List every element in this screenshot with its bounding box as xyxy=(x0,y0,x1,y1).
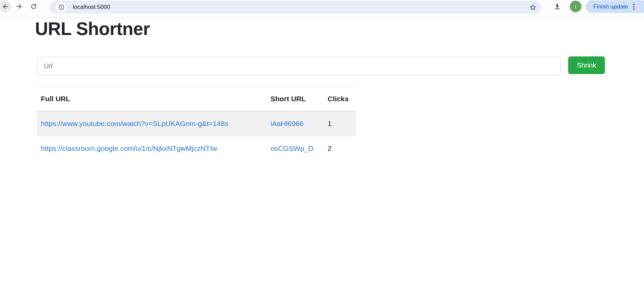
browser-toolbar: localhost:5000 I Finish update xyxy=(0,0,644,18)
finish-update-label: Finish update xyxy=(593,3,628,10)
shrink-button[interactable]: Shrink xyxy=(568,56,605,74)
table-row: https://classroom.google.com/u/1/c/NjkxN… xyxy=(37,136,356,161)
forward-button[interactable] xyxy=(13,1,25,12)
avatar-initial: I xyxy=(575,4,576,10)
full-url-link[interactable]: https://www.youtube.com/watch?v=SLpUKAGn… xyxy=(41,120,228,127)
bookmark-button[interactable] xyxy=(528,3,537,12)
clicks-value: 2 xyxy=(324,136,356,161)
page-title: URL Shortner xyxy=(35,19,150,39)
browser-window: localhost:5000 I Finish update URL Short… xyxy=(0,0,644,282)
back-icon xyxy=(2,3,9,10)
reload-icon xyxy=(30,3,37,10)
menu-dots-icon[interactable] xyxy=(633,4,634,10)
download-icon xyxy=(553,2,561,11)
clicks-value: 1 xyxy=(324,111,356,136)
table-header-row: Full URL Short URL Clicks xyxy=(37,87,356,111)
star-icon xyxy=(529,3,537,11)
url-text[interactable]: localhost:5000 xyxy=(73,4,110,11)
info-icon xyxy=(58,4,65,11)
address-bar[interactable]: localhost:5000 xyxy=(49,1,542,14)
downloads-button[interactable] xyxy=(551,1,563,12)
short-url-link[interactable]: iAaHl6966 xyxy=(270,120,303,127)
url-input[interactable] xyxy=(37,57,561,75)
profile-avatar[interactable]: I xyxy=(570,1,581,12)
table-row: https://www.youtube.com/watch?v=SLpUKAGn… xyxy=(37,111,356,136)
back-button[interactable] xyxy=(0,1,11,12)
col-header-full-url: Full URL xyxy=(37,87,266,111)
col-header-clicks: Clicks xyxy=(324,87,356,111)
site-info-button[interactable] xyxy=(56,2,66,12)
reload-button[interactable] xyxy=(28,1,39,12)
col-header-short-url: Short URL xyxy=(266,87,324,111)
short-url-link[interactable]: osCGSWp_D xyxy=(270,144,313,152)
full-url-link[interactable]: https://classroom.google.com/u/1/c/NjkxN… xyxy=(41,144,217,152)
urls-table: Full URL Short URL Clicks https://www.yo… xyxy=(37,87,356,161)
forward-icon xyxy=(15,3,23,10)
finish-update-button[interactable]: Finish update xyxy=(586,0,644,13)
